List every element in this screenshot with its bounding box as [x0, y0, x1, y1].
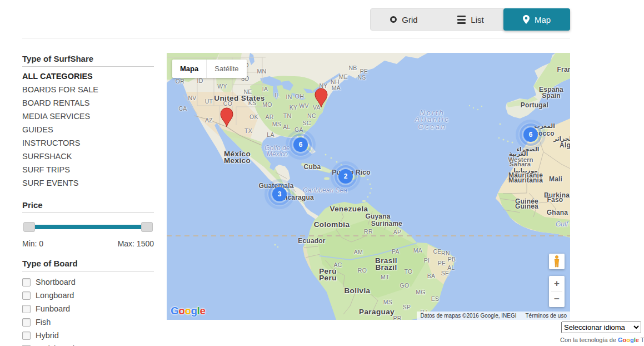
- page: { "colors":{"accent":"#17849D","cluster_…: [0, 0, 644, 346]
- map-label: SC: [302, 120, 311, 126]
- map-label: LA: [267, 131, 274, 138]
- map-label: Mauritania: [508, 176, 543, 184]
- map-view-button[interactable]: Map: [503, 8, 570, 31]
- map-canvas[interactable]: NDMNSDWYIDORNEIANVUTCACOKSMOILINOHKYWVVA…: [167, 53, 570, 320]
- board-type-option[interactable]: Bodyboard: [22, 342, 154, 346]
- category-list: ALL CATEGORIESBOARDS FOR SALEBOARD RENTA…: [22, 70, 154, 190]
- pegman-icon: [553, 255, 560, 268]
- powered-by-google: Con la tecnología de Google Tr: [560, 337, 644, 343]
- map-label: RO: [358, 267, 367, 274]
- category-item[interactable]: BOARDS FOR SALE: [22, 83, 154, 96]
- map-label: Spain: [542, 92, 561, 100]
- board-type-label: Shortboard: [36, 275, 76, 289]
- cluster-count: 6: [293, 137, 308, 152]
- map-pin-marker[interactable]: [220, 107, 234, 130]
- zoom-in-button[interactable]: +: [549, 276, 565, 291]
- board-type-option[interactable]: Funboard: [22, 302, 154, 315]
- map-label: Venezuela: [330, 205, 368, 213]
- map-label: NB: [348, 65, 357, 71]
- category-item[interactable]: SURFSHACK: [22, 150, 154, 163]
- map-label: Álg: [560, 141, 570, 149]
- map-pin-icon: [523, 15, 530, 24]
- map-label: Guinea: [515, 202, 538, 210]
- map-label: CA: [178, 105, 187, 112]
- grid-view-label: Grid: [402, 15, 417, 24]
- map-label: RR: [364, 228, 373, 235]
- checkbox[interactable]: [22, 318, 31, 327]
- map-label: NS: [357, 74, 366, 81]
- powered-by-suffix: Tr: [641, 337, 644, 343]
- map-label: GO: [400, 282, 410, 289]
- google-logo-letter: G: [618, 337, 623, 343]
- map-label: MG: [416, 289, 426, 295]
- price-min-label: Min: 0: [22, 239, 43, 248]
- google-logo-letter: G: [171, 305, 178, 317]
- board-type-option[interactable]: Fish: [22, 315, 154, 329]
- checkbox[interactable]: [22, 305, 31, 313]
- category-item[interactable]: SURF TRIPS: [22, 163, 154, 176]
- terms-of-use-link[interactable]: Términos de uso: [526, 313, 567, 319]
- map-label: الغربية: [509, 150, 528, 157]
- google-logo[interactable]: Google: [171, 305, 205, 317]
- list-view-button[interactable]: List: [437, 9, 504, 30]
- map-label: Ocean: [418, 122, 447, 131]
- map-label: PI: [424, 257, 430, 264]
- category-item[interactable]: GUIDES: [22, 123, 154, 136]
- price-slider-max-handle[interactable]: [141, 222, 153, 232]
- map-label: TO: [405, 268, 413, 275]
- view-toggle-group: Grid List Map: [370, 8, 570, 31]
- map-label: MS: [383, 299, 392, 305]
- map-label: ME: [339, 73, 348, 80]
- pegman-control[interactable]: [549, 254, 565, 269]
- board-type-option[interactable]: Longboard: [22, 289, 154, 302]
- price-range-slider: [23, 222, 153, 232]
- category-item[interactable]: SURF EVENTS: [22, 176, 154, 190]
- map-label: AR: [265, 113, 273, 120]
- google-logo-letter: o: [184, 305, 191, 317]
- zoom-out-button[interactable]: −: [549, 292, 565, 308]
- map-label: SP: [403, 304, 411, 310]
- map-label: IL: [274, 92, 279, 98]
- board-section-title: Type of Board: [22, 259, 154, 271]
- map-label: IN: [286, 93, 292, 100]
- google-logo-letter: o: [626, 337, 630, 343]
- map-label: WY: [217, 83, 227, 90]
- google-logo-letter: g: [630, 337, 634, 343]
- board-type-option[interactable]: Shortboard: [22, 275, 154, 289]
- map-type-control: Mapa Satélite: [172, 60, 247, 78]
- map-label: PE: [438, 260, 446, 266]
- powered-by-text: Con la tecnología de: [560, 337, 616, 343]
- map-label: Colombia: [314, 220, 350, 229]
- map-label: MS: [272, 121, 281, 127]
- grid-view-button[interactable]: Grid: [371, 9, 437, 30]
- category-item[interactable]: ALL CATEGORIES: [22, 70, 154, 83]
- checkbox[interactable]: [22, 332, 31, 340]
- map-type-satellite-button[interactable]: Satélite: [207, 60, 246, 78]
- map-type-map-button[interactable]: Mapa: [172, 60, 206, 78]
- map-label: OH: [295, 93, 304, 100]
- map-label: Ghana: [547, 209, 568, 216]
- map-label: PA: [392, 248, 400, 255]
- category-item[interactable]: MEDIA SERVICES: [22, 110, 154, 123]
- board-type-option[interactable]: Hybrid: [22, 329, 154, 342]
- checkbox[interactable]: [22, 291, 31, 300]
- map-label: Guyana: [365, 212, 390, 220]
- google-brand-small: Google: [618, 337, 639, 343]
- price-slider-min-handle[interactable]: [23, 222, 35, 232]
- category-item[interactable]: INSTRUCTORS: [22, 136, 154, 150]
- map-label: NC: [307, 112, 316, 119]
- list-icon: [457, 16, 466, 24]
- category-item[interactable]: BOARD RENTALS: [22, 96, 154, 110]
- map-label: Ecuador: [298, 237, 325, 245]
- map-view-label: Map: [535, 15, 551, 24]
- map-label: MN: [257, 68, 267, 75]
- map-label: Suriname: [371, 220, 402, 228]
- map-label: Fran: [557, 66, 570, 73]
- map-label: UT: [205, 98, 213, 105]
- map-pin-marker[interactable]: [314, 88, 328, 110]
- map-label: KY: [289, 104, 298, 111]
- map-label: NV: [188, 95, 196, 101]
- language-select[interactable]: Seleccionar idioma: [561, 322, 641, 333]
- checkbox[interactable]: [22, 278, 31, 286]
- map-label: MA: [413, 247, 422, 254]
